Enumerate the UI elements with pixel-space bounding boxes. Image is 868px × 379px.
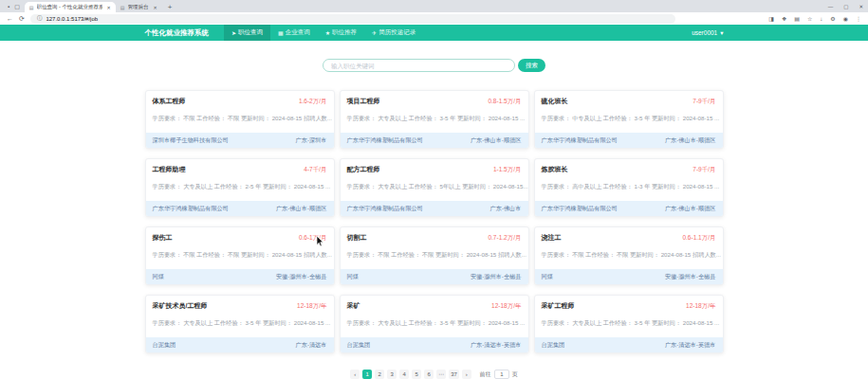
window-close-icon[interactable]: ✕ <box>859 4 863 9</box>
page-button-37[interactable]: 37 <box>449 370 459 379</box>
page-button-4[interactable]: 4 <box>399 370 409 379</box>
job-title: 采矿工程师 <box>542 301 575 311</box>
job-location: 广东-佛山市-顺德区 <box>276 205 327 213</box>
browser-tab-strip: ▪ ▢ ▤ 职位查询 - 个性化就业推荐系统 ✕ ▤ 管理后台 ✕ + — ▢ … <box>0 0 868 12</box>
page-favicon-icon: ▤ <box>29 5 34 10</box>
search-button[interactable]: 搜索 <box>518 59 545 72</box>
job-title: 采矿 <box>347 301 360 311</box>
job-card[interactable]: 体系工程师 1.6-2万/月 学历要求： 不限 工作经验： 不限 更新时间： 2… <box>145 90 335 149</box>
page-button-5[interactable]: 5 <box>412 370 421 379</box>
job-salary: 1-1.5万/月 <box>493 166 522 174</box>
job-location: 广东-清远市 <box>296 341 327 350</box>
job-company: 广东华宇鸿橡塑制品有限公司 <box>542 136 618 145</box>
nav-label: 职位查询 <box>238 28 263 37</box>
job-location: 广东-深圳市 <box>296 136 327 145</box>
browser-address-bar: ← ⟳ ⓘ 127.0.0.1:5173/#/job ◨ ❖ ▤ ☆ ↓ ⚙ ◉… <box>0 12 868 25</box>
job-location: 安徽-滁州市-全椒县 <box>471 273 522 281</box>
bookmarks-icon[interactable]: ▤ <box>794 15 800 22</box>
download-icon[interactable]: ↓ <box>820 16 822 22</box>
job-location: 广东-佛山市 <box>490 205 522 213</box>
page-button-1[interactable]: 1 <box>362 370 372 379</box>
job-card[interactable]: 探伤工 0.6-1万/月 学历要求： 不限 工作经验： 不限 更新时间： 202… <box>145 226 335 285</box>
refresh-icon[interactable]: ⟳ <box>19 15 25 22</box>
job-detail: 学历要求： 中专及以上 工作经验： 3-5 年 更新时间： 2024-08-15… <box>535 115 723 123</box>
job-card[interactable]: 采矿工程师 12-18万/年 学历要求： 大专及以上 工作经验： 3-5 年 更… <box>534 295 724 353</box>
nav-item-job-search[interactable]: ➤ 职位查询 <box>224 25 270 41</box>
job-location: 广东-清远市-英德市 <box>665 341 716 350</box>
job-card[interactable]: 硫化班长 7-9千/月 学历要求： 中专及以上 工作经验： 3-5 年 更新时间… <box>534 90 724 149</box>
window-maximize-icon[interactable]: ▢ <box>843 4 848 9</box>
job-card[interactable]: 炼胶班长 7-9千/月 学历要求： 高中及以上 工作经验： 1-3 年 更新时间… <box>534 158 724 217</box>
chevron-down-icon: ▾ <box>720 29 723 37</box>
job-company: 同煤 <box>347 273 359 281</box>
goto-page-input[interactable] <box>494 370 509 379</box>
star-icon: ★ <box>325 29 330 36</box>
more-pages-icon[interactable]: ⋯ <box>436 370 446 379</box>
search-section: 搜索 <box>323 59 545 72</box>
job-company: 同煤 <box>542 273 553 281</box>
job-company: 台泥集团 <box>542 341 565 350</box>
browser-app-icon[interactable]: ▪ <box>8 4 9 9</box>
send-icon: ✈ <box>372 29 377 36</box>
profile-icon[interactable]: ◉ <box>843 15 848 22</box>
browser-tab-jobs[interactable]: ▤ 职位查询 - 个性化就业推荐系统 ✕ <box>25 2 116 12</box>
job-title: 探伤工 <box>153 233 173 243</box>
prev-page-button[interactable]: ‹ <box>350 370 360 379</box>
job-detail: 学历要求： 大专及以上 工作经验： 3-5 年 更新时间： 2024-08-15… <box>535 319 723 328</box>
search-input[interactable] <box>323 59 515 72</box>
settings-icon[interactable]: ⚙ <box>830 15 835 22</box>
job-salary: 0.6-1.1万/月 <box>682 234 715 243</box>
job-card[interactable]: 采矿 12-18万/年 学历要求： 大专及以上 工作经验： 3-5 年 更新时间… <box>340 295 529 353</box>
job-location: 安徽-滁州市-全椒县 <box>665 273 716 281</box>
star-icon[interactable]: ☆ <box>807 15 812 22</box>
job-location: 广东-佛山市-顺德区 <box>665 136 716 145</box>
job-card[interactable]: 工程师助理 4-7千/月 学历要求： 大专及以上 工作经验： 2-5 年 更新时… <box>145 158 335 217</box>
job-salary: 1.6-2万/月 <box>299 98 327 106</box>
tab-title: 职位查询 - 个性化就业推荐系统 <box>37 4 102 10</box>
job-company: 广东华宇鸿橡塑制品有限公司 <box>542 205 618 213</box>
job-location: 广东-佛山市-顺德区 <box>665 205 716 213</box>
job-detail: 学历要求： 不限 工作经验： 不限 更新时间： 2024-08-15 招聘人数.… <box>535 251 723 260</box>
nav-item-resume-records[interactable]: ✈ 简历投递记录 <box>364 25 423 41</box>
job-company: 广东华宇鸿橡塑制品有限公司 <box>347 205 423 213</box>
job-title: 炼胶班长 <box>542 165 568 174</box>
side-panel-icon[interactable]: ◨ <box>768 15 774 22</box>
job-detail: 学历要求： 大专及以上 工作经验： 5年以上 更新时间： 2024-08-15.… <box>341 183 528 191</box>
job-card[interactable]: 配方工程师 1-1.5万/月 学历要求： 大专及以上 工作经验： 5年以上 更新… <box>340 158 529 217</box>
job-card[interactable]: 切割工 0.7-1.2万/月 学历要求： 不限 工作经验： 不限 更新时间： 2… <box>340 226 529 285</box>
url-omnibox[interactable]: ⓘ 127.0.0.1:5173/#/job <box>30 14 675 24</box>
nav-label: 企业查询 <box>286 28 310 37</box>
page-button-3[interactable]: 3 <box>387 370 397 379</box>
job-card[interactable]: 项目工程师 0.8-1.5万/月 学历要求： 大专及以上 工作经验： 3-5 年… <box>340 90 529 149</box>
page-button-2[interactable]: 2 <box>375 370 384 379</box>
job-salary: 7-9千/月 <box>693 98 715 106</box>
window-minimize-icon[interactable]: — <box>828 4 834 9</box>
job-detail: 学历要求： 不限 工作经验： 不限 更新时间： 2024-08-15 招聘人数.… <box>146 251 334 260</box>
site-info-icon[interactable]: ⓘ <box>37 15 43 22</box>
page-button-6[interactable]: 6 <box>424 370 434 379</box>
tab-close-icon[interactable]: ✕ <box>154 5 157 10</box>
user-dropdown[interactable]: user0001 ▾ <box>692 25 723 41</box>
job-salary: 12-18万/年 <box>686 302 715 311</box>
next-page-button[interactable]: › <box>462 370 471 379</box>
tab-search-icon[interactable]: ▢ <box>14 3 20 9</box>
job-card[interactable]: 采矿技术员/工程师 12-18万/年 学历要求： 大专及以上 工作经验： 3-5… <box>145 295 335 353</box>
browser-tab-admin[interactable]: ▤ 管理后台 ✕ <box>116 2 162 12</box>
nav-label: 简历投递记录 <box>379 28 416 37</box>
goto-page-label: 前往 <box>480 370 491 379</box>
job-title: 工程师助理 <box>153 165 186 174</box>
menu-icon[interactable]: ⋮ <box>856 15 861 22</box>
job-title: 切割工 <box>347 233 367 243</box>
job-detail: 学历要求： 大专及以上 工作经验： 2-5 年 更新时间： 2024-08-15… <box>146 183 334 191</box>
company-icon: ▦ <box>278 29 284 36</box>
nav-item-company-search[interactable]: ▦ 企业查询 <box>270 25 318 41</box>
extension-icon[interactable]: ❖ <box>782 15 786 22</box>
job-card[interactable]: 浇注工 0.6-1.1万/月 学历要求： 不限 工作经验： 不限 更新时间： 2… <box>534 226 724 285</box>
job-detail: 学历要求： 不限 工作经验： 不限 更新时间： 2024-08-15 招聘人数.… <box>146 115 334 123</box>
page-favicon-icon: ▤ <box>120 5 125 10</box>
job-company: 广东华宇鸿橡塑制品有限公司 <box>153 205 229 213</box>
tab-close-icon[interactable]: ✕ <box>107 5 111 10</box>
back-icon[interactable]: ← <box>7 15 13 22</box>
nav-item-job-recommend[interactable]: ★ 职位推荐 <box>318 25 364 41</box>
new-tab-button[interactable]: + <box>168 3 173 11</box>
